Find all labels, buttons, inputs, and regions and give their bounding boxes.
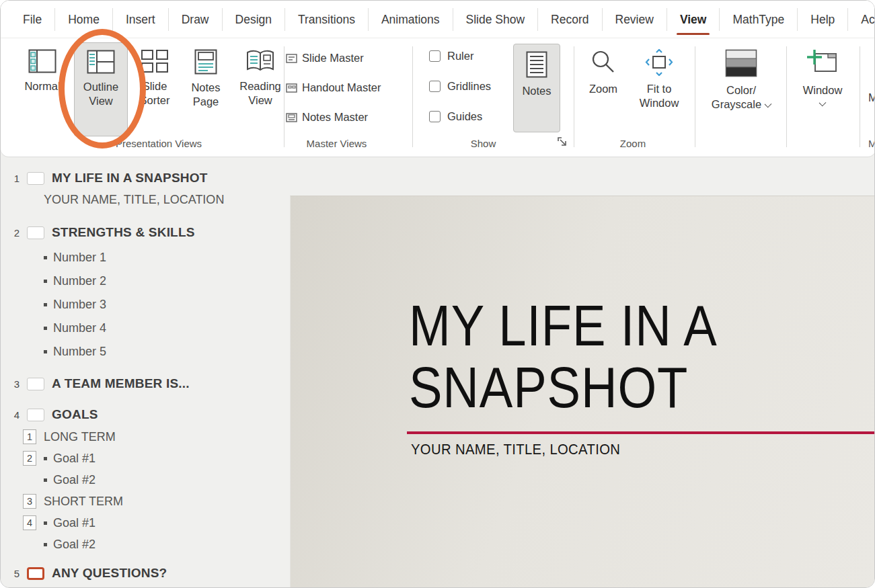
slide-number: 4 <box>9 409 20 421</box>
fit-to-window-label: Fit to Window <box>632 82 687 110</box>
outline-subtitle[interactable]: YOUR NAME, TITLE, LOCATION <box>44 193 289 207</box>
reading-view-label: Reading View <box>233 79 288 108</box>
bullet-icon <box>44 543 47 546</box>
bullet-icon <box>44 521 47 525</box>
tab-transitions[interactable]: Transitions <box>285 8 369 31</box>
show-dialog-launcher-icon[interactable] <box>558 137 568 148</box>
slide-number: 5 <box>9 568 20 579</box>
slide-icon[interactable] <box>27 378 44 390</box>
notes-toggle-button[interactable]: Notes <box>513 44 560 132</box>
window-button[interactable]: Window <box>793 42 852 136</box>
tab-animations[interactable]: Animations <box>369 8 453 31</box>
bullet-icon <box>44 457 47 460</box>
outline-title[interactable]: STRENGTHS & SKILLS <box>52 225 195 240</box>
slide-icon[interactable] <box>27 226 44 239</box>
slide-icon[interactable] <box>27 172 44 185</box>
outline-bullet[interactable]: Number 3 <box>44 298 289 312</box>
tab-help[interactable]: Help <box>798 8 848 31</box>
outline-title[interactable]: A TEAM MEMBER IS... <box>52 376 190 391</box>
slide-accent-rule <box>407 431 875 434</box>
ruler-checkbox[interactable]: Ruler <box>429 50 473 62</box>
outline-goal-row[interactable]: 4 Goal #1 <box>23 515 289 530</box>
ruler-label: Ruler <box>447 50 473 62</box>
outline-bullet[interactable]: Number 1 <box>44 251 289 265</box>
slide-icon-highlighted[interactable] <box>27 567 44 580</box>
gridlines-checkbox[interactable]: Gridlines <box>429 80 491 93</box>
outline-view-label: Outline View <box>75 80 127 108</box>
guides-checkbox-box[interactable] <box>429 111 441 122</box>
outline-goal-row[interactable]: Goal #2 <box>23 472 289 487</box>
zoom-button[interactable]: Zoom <box>580 42 627 136</box>
slide-sorter-label: Slide Sorter <box>130 79 179 108</box>
notes-page-button[interactable]: Notes Page <box>182 42 230 136</box>
guides-checkbox[interactable]: Guides <box>429 110 482 123</box>
outline-goal-row[interactable]: 1 LONG TERM <box>23 429 289 444</box>
sequence-badge-empty <box>23 537 36 552</box>
slide-master-button[interactable]: Slide Master <box>286 52 364 65</box>
menu-bar: File Home Insert Draw Design Transitions… <box>1 1 875 38</box>
zoom-group-label: Zoom <box>576 138 690 149</box>
outline-bullet[interactable]: Number 2 <box>44 274 289 288</box>
slide-canvas[interactable]: MY LIFE IN A SNAPSHOT YOUR NAME, TITLE, … <box>290 196 875 588</box>
normal-view-label: Normal <box>24 79 60 93</box>
outline-title[interactable]: MY LIFE IN A SNAPSHOT <box>52 171 208 185</box>
color-grayscale-icon <box>725 49 757 77</box>
slide-icon[interactable] <box>27 409 44 421</box>
zoom-magnifier-icon <box>590 49 617 76</box>
handout-master-label: Handout Master <box>302 81 381 94</box>
bullet-icon <box>44 280 47 283</box>
fit-to-window-button[interactable]: Fit to Window <box>632 42 687 136</box>
tab-record[interactable]: Record <box>538 8 602 31</box>
notes-page-label: Notes Page <box>182 81 230 109</box>
outline-bullet[interactable]: Number 4 <box>44 321 289 335</box>
outline-slide-5[interactable]: 5 ANY QUESTIONS? <box>9 566 289 581</box>
notes-master-button[interactable]: Notes Master <box>286 111 368 124</box>
outline-slide-2[interactable]: 2 STRENGTHS & SKILLS <box>9 225 289 240</box>
group-divider <box>412 46 413 147</box>
tab-draw[interactable]: Draw <box>169 8 223 31</box>
tab-design[interactable]: Design <box>223 8 285 31</box>
outline-title[interactable]: GOALS <box>52 407 98 422</box>
powerpoint-window: File Home Insert Draw Design Transitions… <box>0 0 875 588</box>
tab-acrobat[interactable]: Acrobat <box>848 8 875 31</box>
ruler-checkbox-box[interactable] <box>429 50 441 62</box>
outline-goal-row[interactable]: 3 SHORT TERM <box>23 494 289 509</box>
outline-slide-3[interactable]: 3 A TEAM MEMBER IS... <box>9 376 289 391</box>
outline-slide-1[interactable]: 1 MY LIFE IN A SNAPSHOT <box>9 171 289 185</box>
group-divider <box>860 46 860 147</box>
tab-mathtype[interactable]: MathType <box>720 8 798 31</box>
slide-master-icon <box>286 54 297 63</box>
tab-review[interactable]: Review <box>603 8 667 31</box>
slide-sorter-button[interactable]: Slide Sorter <box>130 42 179 136</box>
gridlines-label: Gridlines <box>447 80 491 93</box>
tab-slide-show[interactable]: Slide Show <box>453 8 539 31</box>
slide-number: 3 <box>9 378 20 390</box>
outline-title[interactable]: ANY QUESTIONS? <box>52 566 167 581</box>
handout-master-button[interactable]: Handout Master <box>286 81 381 94</box>
group-divider <box>574 46 574 147</box>
outline-goal-row[interactable]: Goal #2 <box>23 537 289 552</box>
color-grayscale-button[interactable]: Color/ Grayscale <box>702 42 780 136</box>
outline-bullet[interactable]: Number 5 <box>44 345 289 359</box>
ribbon-card: File Home Insert Draw Design Transitions… <box>1 1 875 157</box>
outline-goal-row[interactable]: 2 Goal #1 <box>23 451 289 466</box>
color-grayscale-label: Color/ Grayscale <box>712 83 771 112</box>
tab-view[interactable]: View <box>667 8 720 31</box>
tab-insert[interactable]: Insert <box>113 8 169 31</box>
notes-icon <box>526 51 547 78</box>
sequence-badge: 2 <box>23 451 36 466</box>
gridlines-checkbox-box[interactable] <box>429 81 441 92</box>
dropdown-caret-icon <box>765 101 772 108</box>
slide-subtitle-text[interactable]: YOUR NAME, TITLE, LOCATION <box>411 441 620 458</box>
tab-home[interactable]: Home <box>55 8 113 31</box>
slide-sorter-icon <box>141 49 169 73</box>
presentation-views-group-label: Presentation Views <box>81 138 236 149</box>
tab-file[interactable]: File <box>10 8 55 31</box>
reading-view-button[interactable]: Reading View <box>233 42 288 136</box>
outline-slide-4[interactable]: 4 GOALS <box>9 407 289 422</box>
group-divider <box>695 46 695 147</box>
slide-title-text[interactable]: MY LIFE IN A SNAPSHOT <box>409 294 718 418</box>
notes-page-icon <box>194 49 217 75</box>
outline-view-button[interactable]: Outline View <box>74 42 128 136</box>
normal-view-button[interactable]: Normal <box>13 42 72 136</box>
